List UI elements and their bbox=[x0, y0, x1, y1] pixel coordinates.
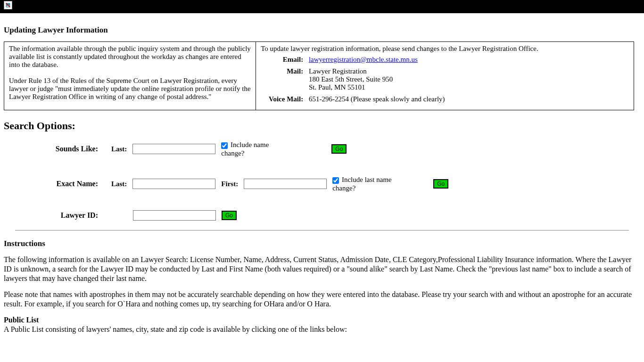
info-table: The information available through the pu… bbox=[4, 41, 634, 110]
updating-heading: Updating Lawyer Information bbox=[4, 25, 640, 35]
voice-value: 651-296-2254 (Please speak slowly and cl… bbox=[309, 95, 445, 103]
lawyer-id-input[interactable] bbox=[133, 210, 216, 221]
broken-image-icon bbox=[4, 1, 12, 9]
mail-line2: 180 East 5th Street, Suite 950 bbox=[309, 75, 393, 83]
instructions-body: The following information is available o… bbox=[4, 255, 640, 334]
sounds-like-include-label: Include name change? bbox=[221, 141, 269, 157]
public-list-title: Public List bbox=[4, 315, 640, 325]
voice-label: Voice Mail: bbox=[261, 95, 307, 103]
divider bbox=[15, 230, 629, 230]
instructions-p2: Please note that names with apostrophes … bbox=[4, 290, 640, 309]
info-right-intro: To update lawyer registration informatio… bbox=[261, 45, 628, 53]
mail-line3: St. Paul, MN 55101 bbox=[309, 83, 365, 91]
exact-title: Exact Name: bbox=[32, 180, 106, 188]
exact-first-label: First: bbox=[221, 180, 238, 188]
exact-last-input[interactable] bbox=[132, 179, 215, 189]
info-left-p2: Under Rule 13 of the Rules of the Suprem… bbox=[9, 77, 251, 100]
sounds-like-title: Sounds Like: bbox=[32, 145, 106, 153]
search-options-heading: Search Options: bbox=[4, 120, 640, 132]
info-left-cell: The information available through the pu… bbox=[4, 42, 256, 110]
exact-name-row: Exact Name: Last: First: Include last na… bbox=[32, 175, 640, 192]
exact-last-label: Last: bbox=[111, 180, 127, 188]
exact-include-label: Include last name change? bbox=[332, 176, 392, 192]
mail-address: Lawyer Registration 180 East 5th Street,… bbox=[309, 67, 393, 91]
public-list-body: A Public List consisting of lawyers' nam… bbox=[4, 325, 640, 334]
exact-include-checkbox[interactable] bbox=[332, 177, 339, 184]
sounds-like-row: Sounds Like: Last: Include name change? … bbox=[32, 140, 640, 157]
lawyer-id-title: Lawyer ID: bbox=[32, 211, 106, 220]
sounds-like-include-checkbox[interactable] bbox=[221, 142, 228, 149]
email-link[interactable]: lawyerregistration@mbcle.state.mn.us bbox=[309, 56, 418, 63]
mail-label: Mail: bbox=[261, 67, 307, 75]
instructions-heading: Instructions bbox=[4, 239, 640, 248]
exact-first-input[interactable] bbox=[244, 179, 327, 189]
sounds-like-go-button[interactable]: Go bbox=[331, 144, 347, 154]
info-right-cell: To update lawyer registration informatio… bbox=[256, 42, 634, 110]
info-left-p1: The information available through the pu… bbox=[9, 45, 251, 68]
mail-line1: Lawyer Registration bbox=[309, 67, 367, 75]
instructions-p1: The following information is available o… bbox=[4, 255, 640, 283]
exact-include-wrap: Include last name change? bbox=[332, 175, 403, 192]
email-label: Email: bbox=[261, 56, 307, 64]
sounds-like-include-wrap: Include name change? bbox=[221, 140, 292, 157]
sounds-like-last-input[interactable] bbox=[132, 144, 215, 154]
lawyer-id-row: Lawyer ID: Go bbox=[32, 210, 640, 221]
header-bar bbox=[0, 0, 644, 13]
lawyer-id-go-button[interactable]: Go bbox=[222, 211, 237, 220]
exact-go-button[interactable]: Go bbox=[433, 179, 448, 189]
sounds-like-last-label: Last: bbox=[111, 145, 127, 153]
